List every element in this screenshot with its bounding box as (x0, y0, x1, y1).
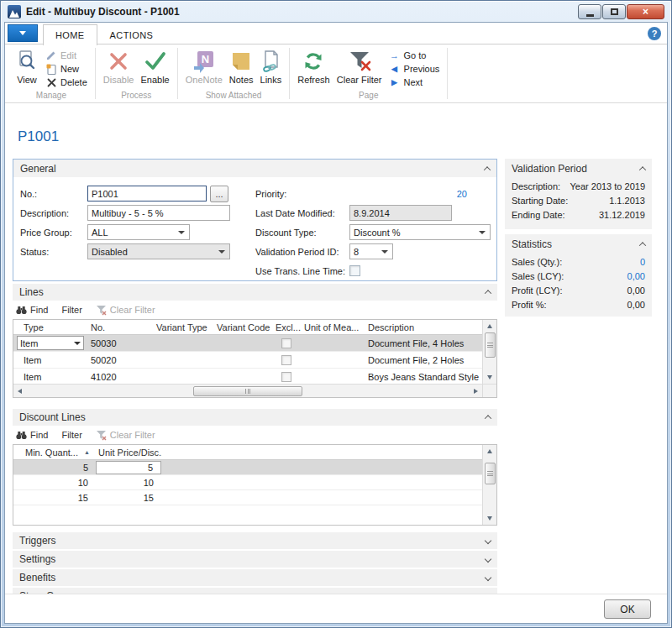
validation-period-id-select[interactable]: 8 (349, 243, 393, 259)
scrollbar-thumb[interactable] (485, 463, 496, 484)
status-select[interactable]: Disabled (87, 243, 230, 259)
fb-sales-lcy-value[interactable]: 0,00 (627, 271, 645, 281)
maximize-icon (611, 8, 618, 15)
triggers-section-header[interactable]: Triggers (13, 532, 497, 549)
description-input[interactable]: Multibuy - 5 - 5 % (87, 205, 230, 221)
application-menu-button[interactable] (8, 24, 38, 42)
discount-filter-button[interactable]: Filter (61, 430, 81, 440)
description-cell: Boys Jeans Standard Style (365, 372, 482, 382)
scrollbar-thumb[interactable] (193, 386, 302, 396)
vertical-scrollbar[interactable] (482, 320, 496, 384)
column-min-quantity[interactable]: Min. Quant...▲ (13, 447, 95, 458)
excl-checkbox[interactable] (281, 355, 291, 365)
column-unit-price-discount[interactable]: Unit Price/Disc.... (95, 447, 162, 458)
edit-button[interactable]: Edit (42, 49, 91, 62)
lines-find-button[interactable]: Find (16, 305, 48, 315)
general-fasttab-header[interactable]: General (13, 160, 496, 177)
tab-strip: HOME ACTIONS ? (4, 22, 668, 44)
column-description[interactable]: Description (365, 322, 482, 332)
horizontal-scrollbar[interactable] (13, 384, 482, 397)
links-button[interactable]: Links (257, 47, 286, 86)
price-group-value: ALL (92, 228, 108, 238)
refresh-button[interactable]: Refresh (294, 47, 333, 86)
onenote-button[interactable]: N OneNote (182, 47, 226, 86)
scroll-down-button[interactable] (483, 512, 496, 525)
next-button[interactable]: ▶ Next (386, 76, 444, 89)
column-unit-of-measure[interactable]: Unit of Mea... (301, 322, 365, 332)
type-cell: Item (13, 355, 87, 365)
column-type[interactable]: Type (13, 322, 87, 332)
scroll-up-button[interactable] (483, 320, 496, 332)
no-cell: 41020 (87, 372, 153, 382)
scroll-up-button[interactable] (483, 445, 496, 458)
lines-grid: Type No. Variant Type Variant Code Excl.… (13, 319, 497, 398)
sort-ascending-icon: ▲ (84, 449, 92, 455)
column-excl[interactable]: Excl... (272, 322, 301, 332)
column-no[interactable]: No. (87, 322, 153, 332)
vertical-scrollbar[interactable] (482, 445, 496, 525)
tab-actions[interactable]: ACTIONS (97, 24, 166, 44)
lines-section-header[interactable]: Lines (13, 284, 497, 301)
excl-checkbox[interactable] (281, 338, 291, 348)
fb-profit-lcy-label: Profit (LCY): (512, 285, 563, 296)
goto-button[interactable]: → Go to (386, 49, 444, 62)
table-row[interactable]: 15 15 (13, 490, 482, 505)
statistics-factbox-header[interactable]: Statistics (505, 234, 652, 254)
lines-filter-button[interactable]: Filter (61, 305, 81, 315)
scroll-down-button[interactable] (483, 371, 496, 384)
minimize-button[interactable] (578, 4, 601, 19)
use-trans-line-time-label: Use Trans. Line Time: (255, 266, 349, 276)
discount-lines-section-header[interactable]: Discount Lines (13, 409, 497, 426)
tab-home[interactable]: HOME (43, 24, 97, 45)
benefits-section-header[interactable]: Benefits (13, 569, 497, 586)
scroll-right-button[interactable] (470, 385, 482, 397)
new-button[interactable]: New (42, 62, 91, 76)
previous-button[interactable]: ◀ Previous (386, 62, 444, 76)
validation-period-factbox-header[interactable]: Validation Period (505, 159, 652, 179)
excl-checkbox[interactable] (281, 372, 291, 382)
unit-price-cell-active[interactable]: 5 (96, 461, 161, 474)
clear-filter-button[interactable]: Clear Filter (333, 47, 386, 86)
use-trans-line-time-checkbox[interactable] (349, 265, 360, 276)
column-variant-type[interactable]: Variant Type (153, 322, 213, 332)
discount-clear-filter-button[interactable]: Clear Filter (96, 430, 155, 441)
maximize-button[interactable] (602, 4, 626, 19)
ok-button[interactable]: OK (604, 599, 651, 619)
lines-clear-filter-button[interactable]: Clear Filter (96, 305, 155, 316)
no-input[interactable]: P1001 (87, 186, 207, 201)
delete-button[interactable]: Delete (42, 76, 91, 89)
table-row[interactable]: 5 5 (13, 460, 482, 475)
price-group-select[interactable]: ALL (87, 224, 190, 240)
fb-sales-lcy-label: Sales (LCY): (512, 271, 564, 281)
description-cell: Document File, 2 Holes (365, 355, 482, 365)
ribbon-group-label-process: Process (96, 90, 177, 102)
scrollbar-track[interactable] (26, 386, 470, 396)
settings-section-header[interactable]: Settings (13, 551, 497, 568)
chevron-down-icon (178, 231, 185, 234)
scrollbar-thumb[interactable] (485, 332, 496, 358)
enable-button[interactable]: Enable (137, 47, 172, 86)
fb-description-label: Description: (512, 181, 560, 191)
disable-button[interactable]: Disable (100, 47, 138, 86)
table-row-empty[interactable] (13, 505, 482, 521)
table-row[interactable]: Item 50020 Document File, 2 Holes (13, 352, 482, 369)
statistics-title: Statistics (512, 238, 552, 250)
column-variant-code[interactable]: Variant Code (213, 322, 272, 332)
discount-type-select[interactable]: Discount % (349, 224, 491, 240)
help-button[interactable]: ? (648, 27, 661, 40)
table-row[interactable]: Item 50030 Document File, 4 Holes (13, 335, 482, 352)
assist-edit-button[interactable]: ... (210, 186, 228, 202)
fb-sales-qty-value[interactable]: 0 (640, 257, 645, 267)
scroll-left-button[interactable] (13, 385, 26, 397)
chevron-down-icon (19, 31, 26, 35)
discount-find-button[interactable]: Find (16, 430, 48, 440)
table-row[interactable]: Item 41020 Boys Jeans Standard Style (13, 369, 482, 385)
table-row[interactable]: 10 10 (13, 475, 482, 490)
title-bar[interactable]: Edit - Multibuy Discount - P1001 × (1, 1, 671, 22)
type-cell-dropdown[interactable]: Item (17, 336, 84, 350)
last-date-modified-input[interactable]: 8.9.2014 (349, 205, 452, 221)
last-date-modified-label: Last Date Modified: (255, 208, 349, 218)
view-button[interactable]: View (12, 47, 42, 86)
notes-button[interactable]: Notes (226, 47, 257, 86)
close-button[interactable]: × (627, 4, 664, 19)
